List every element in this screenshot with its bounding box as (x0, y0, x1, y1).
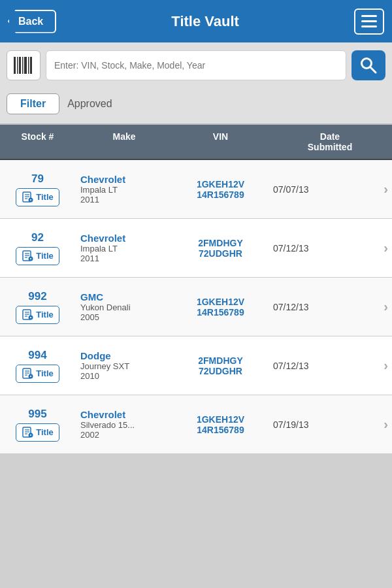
document-icon (22, 250, 33, 262)
cell-make-4: Chevrolet Silverado 15... 2002 (75, 402, 173, 446)
row-chevron-0[interactable]: › (384, 182, 388, 197)
stock-number-3: 994 (28, 349, 46, 362)
active-filter-label: Approved (67, 98, 112, 110)
menu-button[interactable] (354, 8, 384, 35)
make-year-0: 2011 (80, 195, 168, 204)
barcode-button[interactable] (7, 50, 41, 80)
cell-stock-2: 992 Title (0, 284, 75, 331)
svg-rect-5 (28, 57, 29, 74)
svg-rect-3 (22, 57, 24, 74)
search-input[interactable] (46, 50, 346, 80)
make-name-2: GMC (80, 291, 168, 302)
table-row[interactable]: 92 Title Chevrolet Impala LT 2011 2FMDH (0, 219, 392, 278)
make-name-0: Chevrolet (80, 174, 168, 185)
table-row[interactable]: 994 Title Dodge Journey SXT 2010 2FMDHG (0, 336, 392, 395)
make-model-2: Yukon Denali (80, 302, 168, 312)
document-icon (22, 191, 33, 203)
make-model-3: Journey SXT (80, 361, 168, 371)
app-header: Back Title Vault (0, 0, 392, 42)
title-badge-3[interactable]: Title (16, 365, 59, 383)
menu-icon-bar2 (361, 20, 377, 22)
stock-number-0: 79 (31, 172, 44, 186)
back-button[interactable]: Back (8, 10, 56, 33)
title-badge-4[interactable]: Title (16, 423, 59, 442)
cell-stock-4: 995 Title (0, 401, 75, 448)
make-year-2: 2005 (80, 312, 168, 322)
svg-line-8 (370, 67, 376, 73)
barcode-icon (12, 56, 35, 75)
make-model-4: Silverado 15... (80, 420, 168, 430)
cell-date-1: 07/12/13 › (268, 234, 392, 262)
stock-number-1: 92 (31, 231, 44, 244)
cell-make-1: Chevrolet Impala LT 2011 (75, 226, 173, 270)
col-header-vin: VIN (173, 125, 268, 159)
cell-vin-3: 2FMDHGY72UDGHR (173, 349, 268, 383)
stock-number-4: 995 (28, 408, 46, 421)
title-badge-0[interactable]: Title (16, 188, 59, 206)
row-chevron-1[interactable]: › (384, 240, 388, 255)
filter-button[interactable]: Filter (7, 93, 59, 114)
title-badge-2[interactable]: Title (16, 306, 59, 324)
cell-vin-4: 1GKEH12V14R156789 (173, 408, 268, 442)
table-header: Stock # Make VIN DateSubmitted (0, 125, 392, 160)
table-body: 79 Title Chevrolet Impala LT 2011 1GKEH (0, 160, 392, 454)
date-text-4: 07/19/13 (273, 419, 309, 430)
make-model-1: Impala LT (80, 244, 168, 253)
cell-stock-3: 994 Title (0, 342, 75, 389)
cell-vin-2: 1GKEH12V14R156789 (173, 290, 268, 324)
document-icon (22, 368, 33, 380)
search-icon (359, 56, 378, 74)
date-text-0: 07/07/13 (273, 184, 309, 195)
svg-rect-1 (17, 57, 18, 74)
row-chevron-3[interactable]: › (384, 358, 388, 373)
search-area (0, 42, 392, 88)
svg-rect-6 (30, 57, 32, 74)
col-header-date: DateSubmitted (268, 125, 392, 159)
make-year-1: 2011 (80, 253, 168, 263)
cell-vin-1: 2FMDHGY72UDGHR (173, 231, 268, 265)
make-name-3: Dodge (80, 350, 168, 361)
cell-stock-1: 92 Title (0, 225, 75, 272)
make-name-4: Chevrolet (80, 409, 168, 420)
cell-make-3: Dodge Journey SXT 2010 (75, 344, 173, 387)
cell-date-0: 07/07/13 › (268, 175, 392, 203)
col-header-make: Make (75, 125, 173, 159)
document-icon (22, 309, 33, 321)
svg-rect-4 (24, 57, 27, 74)
svg-rect-0 (14, 57, 16, 74)
make-year-4: 2002 (80, 430, 168, 440)
make-year-3: 2010 (80, 371, 168, 381)
menu-icon-bar1 (361, 15, 377, 17)
date-text-3: 07/12/13 (273, 361, 309, 371)
menu-icon-bar3 (361, 25, 377, 27)
row-chevron-2[interactable]: › (384, 299, 388, 314)
cell-date-4: 07/19/13 › (268, 410, 392, 438)
cell-date-2: 07/12/13 › (268, 293, 392, 321)
page-title: Title Vault (56, 13, 354, 30)
cell-make-0: Chevrolet Impala LT 2011 (75, 167, 173, 211)
svg-rect-2 (19, 57, 21, 74)
filter-bar: Filter Approved (0, 88, 392, 125)
date-text-1: 07/12/13 (273, 243, 309, 253)
table-row[interactable]: 79 Title Chevrolet Impala LT 2011 1GKEH (0, 160, 392, 219)
make-model-0: Impala LT (80, 185, 168, 195)
date-text-2: 07/12/13 (273, 302, 309, 312)
document-icon (22, 427, 33, 438)
cell-date-3: 07/12/13 › (268, 351, 392, 380)
title-badge-1[interactable]: Title (16, 247, 59, 265)
cell-make-2: GMC Yukon Denali 2005 (75, 285, 173, 329)
make-name-1: Chevrolet (80, 233, 168, 244)
cell-stock-0: 79 Title (0, 166, 75, 213)
cell-vin-0: 1GKEH12V14R156789 (173, 172, 268, 206)
row-chevron-4[interactable]: › (384, 417, 388, 432)
table-row[interactable]: 992 Title GMC Yukon Denali 2005 1GKEH12 (0, 278, 392, 336)
search-button[interactable] (351, 50, 385, 80)
col-header-stock: Stock # (0, 125, 75, 159)
table-row[interactable]: 995 Title Chevrolet Silverado 15... 2002 (0, 395, 392, 454)
stock-number-2: 992 (28, 290, 46, 303)
